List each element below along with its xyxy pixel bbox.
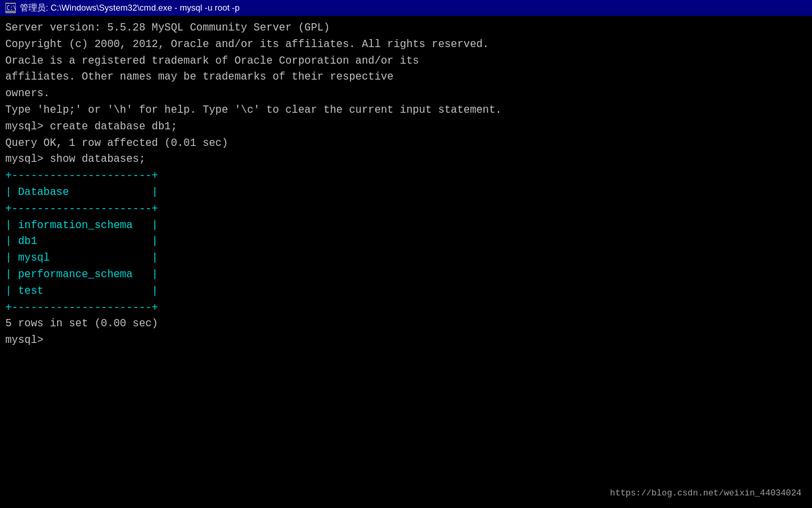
terminal-line: Copyright (c) 2000, 2012, Oracle and/or … [5, 36, 807, 53]
terminal-line: | Database | [5, 184, 807, 201]
title-bar: C:\ 管理员: C:\Windows\System32\cmd.exe - m… [0, 0, 812, 16]
terminal-line: +----------------------+ [5, 300, 807, 316]
title-text: 管理员: C:\Windows\System32\cmd.exe - mysql… [20, 2, 240, 14]
terminal-line: | mysql | [5, 250, 807, 267]
watermark: https://blog.csdn.net/weixin_44034024 [610, 487, 801, 500]
terminal-line: +----------------------+ [5, 201, 807, 218]
svg-text:C:\: C:\ [7, 5, 16, 11]
terminal-body: Server version: 5.5.28 MySQL Community S… [0, 16, 812, 508]
terminal-line: Query OK, 1 row affected (0.01 sec) [5, 135, 807, 152]
terminal-line: Server version: 5.5.28 MySQL Community S… [5, 20, 807, 36]
terminal-line: Oracle is a registered trademark of Orac… [5, 53, 807, 70]
terminal-line: | test | [5, 283, 807, 300]
terminal-line: | information_schema | [5, 218, 807, 234]
terminal-line: owners. [5, 86, 807, 102]
terminal-line: +----------------------+ [5, 168, 807, 184]
terminal-line: affiliates. Other names may be trademark… [5, 69, 807, 86]
terminal-line: mysql> [5, 332, 807, 349]
terminal-line: Type 'help;' or '\h' for help. Type '\c'… [5, 102, 807, 119]
terminal-line: mysql> show databases; [5, 151, 807, 168]
terminal-line: mysql> create database db1; [5, 119, 807, 135]
terminal-line: 5 rows in set (0.00 sec) [5, 316, 807, 332]
terminal-line: | performance_schema | [5, 267, 807, 283]
cmd-icon: C:\ [5, 3, 16, 13]
terminal-line: | db1 | [5, 233, 807, 250]
